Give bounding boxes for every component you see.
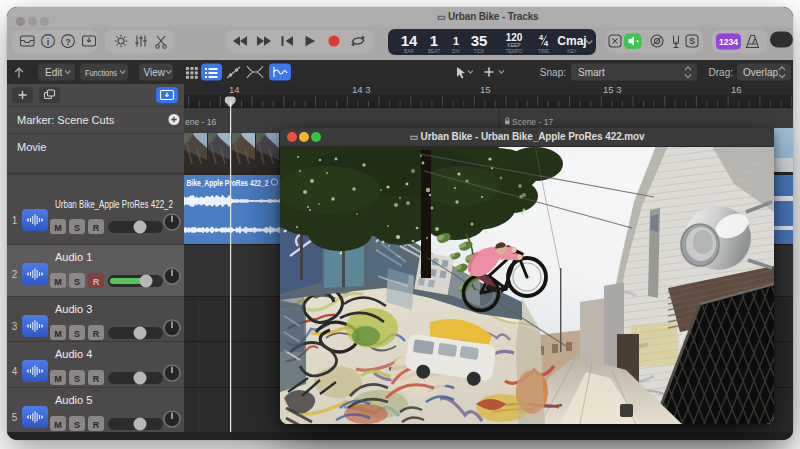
svg-text:1234: 1234 (719, 37, 738, 47)
svg-text:Audio 4: Audio 4 (55, 348, 92, 360)
svg-text:Audio 3: Audio 3 (55, 303, 92, 315)
svg-text:R: R (93, 277, 100, 287)
svg-text:15: 15 (480, 84, 491, 95)
svg-text:M: M (54, 374, 62, 384)
svg-text:KEEP: KEEP (508, 43, 521, 48)
svg-text:14: 14 (401, 32, 418, 49)
svg-text:BEAT: BEAT (428, 49, 440, 54)
svg-text:16: 16 (731, 84, 742, 95)
svg-text:M: M (54, 223, 62, 233)
svg-text:View: View (144, 67, 166, 78)
svg-text:i: i (47, 37, 50, 47)
svg-text:M: M (54, 277, 62, 287)
svg-text:BAR: BAR (404, 49, 414, 54)
svg-text:S: S (74, 329, 80, 339)
svg-text:R: R (93, 329, 100, 339)
svg-text:S: S (74, 374, 80, 384)
svg-text:R: R (93, 420, 100, 430)
svg-text:14 3: 14 3 (352, 84, 371, 95)
svg-text:Movie: Movie (17, 141, 46, 153)
svg-text:Audio 1: Audio 1 (55, 251, 92, 263)
svg-text:S: S (74, 277, 80, 287)
svg-text:TIME: TIME (538, 49, 549, 54)
svg-text:Scene - 17: Scene - 17 (512, 117, 553, 127)
svg-text:TEMPO: TEMPO (505, 49, 522, 54)
svg-text:Urban Bike_Apple ProRes 422_2: Urban Bike_Apple ProRes 422_2 (55, 198, 173, 210)
svg-text:Snap:: Snap: (540, 67, 566, 78)
svg-text:R: R (93, 374, 100, 384)
svg-text:Functions: Functions (85, 67, 117, 78)
svg-text:Audio 5: Audio 5 (55, 394, 92, 406)
svg-text:Marker: Scene Cuts: Marker: Scene Cuts (17, 114, 115, 126)
svg-text:DIV: DIV (452, 49, 461, 54)
svg-text:TICK: TICK (474, 49, 486, 54)
svg-text:3: 3 (12, 321, 18, 332)
svg-text:Bike_Apple ProRes 422_2: Bike_Apple ProRes 422_2 (187, 178, 269, 188)
svg-text:1: 1 (12, 215, 18, 226)
svg-text:M: M (54, 329, 62, 339)
svg-text:15 3: 15 3 (603, 84, 622, 95)
svg-text:Cmaj: Cmaj (557, 34, 586, 48)
svg-text:35: 35 (471, 32, 488, 49)
svg-text:R: R (93, 223, 100, 233)
svg-text:?: ? (65, 37, 71, 47)
svg-text:S: S (689, 36, 695, 46)
svg-text:1: 1 (453, 35, 459, 47)
svg-text:2: 2 (12, 269, 18, 280)
svg-text:120: 120 (506, 32, 523, 43)
svg-text:S: S (74, 420, 80, 430)
svg-text:Smart: Smart (578, 67, 605, 78)
svg-text:1: 1 (430, 32, 438, 49)
svg-text:Edit: Edit (45, 67, 62, 78)
svg-text:5: 5 (12, 412, 18, 423)
svg-text:ene - 16: ene - 16 (185, 117, 216, 127)
svg-text:14: 14 (229, 84, 240, 95)
svg-text:M: M (54, 420, 62, 430)
svg-text:Overlap: Overlap (743, 67, 778, 78)
svg-text:Drag:: Drag: (709, 67, 733, 78)
svg-text:S: S (74, 223, 80, 233)
svg-text:KEY: KEY (567, 49, 577, 54)
svg-text:4: 4 (12, 366, 18, 377)
